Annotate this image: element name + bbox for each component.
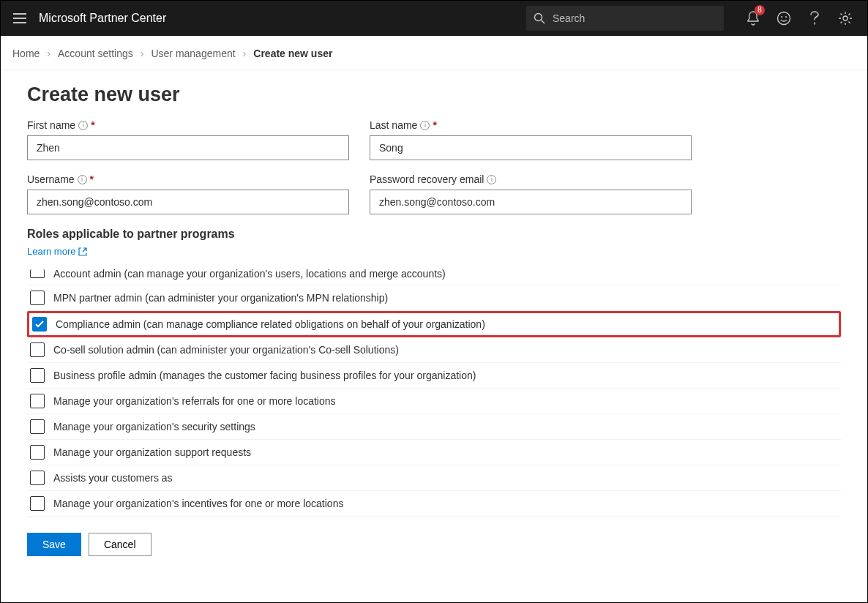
recovery-email-label: Password recovery email i xyxy=(370,173,692,185)
role-checkbox[interactable] xyxy=(30,269,45,278)
role-label: Manage your organization's incentives fo… xyxy=(53,498,343,509)
role-checkbox[interactable] xyxy=(30,496,45,511)
role-item: Assists your customers as xyxy=(27,465,841,491)
search-placeholder: Search xyxy=(553,12,585,24)
chevron-right-icon: › xyxy=(47,48,50,59)
role-label: Compliance admin (can manage compliance … xyxy=(56,318,485,330)
role-item: Manage your organization's security sett… xyxy=(27,414,841,440)
role-item: Co-sell solution admin (can administer y… xyxy=(27,337,841,363)
help-button[interactable] xyxy=(806,10,823,27)
svg-point-0 xyxy=(535,14,542,21)
info-icon[interactable]: i xyxy=(487,175,496,184)
external-link-icon xyxy=(78,247,87,256)
role-item: Manage your organization's referrals for… xyxy=(27,389,841,414)
learn-more-link[interactable]: Learn more xyxy=(27,246,87,257)
svg-point-4 xyxy=(843,16,848,20)
hamburger-icon xyxy=(13,13,26,23)
notifications-button[interactable]: 8 xyxy=(744,10,762,27)
svg-point-2 xyxy=(781,16,782,18)
svg-point-1 xyxy=(778,12,790,25)
role-label: Account admin (can manage your organizat… xyxy=(53,268,446,280)
svg-point-3 xyxy=(785,16,787,18)
username-input[interactable] xyxy=(27,190,349,214)
save-button[interactable]: Save xyxy=(27,533,81,556)
role-checkbox[interactable] xyxy=(30,368,45,383)
page-title: Create new user xyxy=(27,83,841,106)
search-box[interactable]: Search xyxy=(526,6,724,31)
main-content: Create new user First name i * Last name… xyxy=(1,70,867,571)
role-label: Assists your customers as xyxy=(53,472,173,484)
chevron-right-icon: › xyxy=(141,48,144,59)
role-item: MPN partner admin (can administer your o… xyxy=(27,285,841,311)
role-label: Business profile admin (manages the cust… xyxy=(53,370,476,381)
role-checkbox[interactable] xyxy=(30,394,45,408)
username-label: Username i * xyxy=(27,173,349,185)
smiley-icon xyxy=(777,11,791,26)
breadcrumb-account-settings[interactable]: Account settings xyxy=(58,48,133,59)
role-item: Manage your organization support request… xyxy=(27,440,841,465)
last-name-label: Last name i * xyxy=(370,119,692,131)
chevron-right-icon: › xyxy=(243,48,247,59)
role-label: Co-sell solution admin (can administer y… xyxy=(53,344,399,356)
header-icon-group: 8 xyxy=(744,10,854,27)
first-name-label: First name i * xyxy=(27,119,349,131)
question-icon xyxy=(810,11,819,26)
role-item: Account admin (can manage your organizat… xyxy=(27,263,841,285)
role-label: Manage your organization's referrals for… xyxy=(53,395,336,407)
role-label: Manage your organization support request… xyxy=(53,446,251,458)
notification-badge: 8 xyxy=(755,5,765,15)
breadcrumb: Home › Account settings › User managemen… xyxy=(1,36,867,70)
search-icon xyxy=(534,12,545,24)
recovery-email-input[interactable] xyxy=(370,190,692,214)
role-checkbox[interactable] xyxy=(30,419,45,434)
required-indicator: * xyxy=(433,119,436,131)
required-indicator: * xyxy=(91,119,94,131)
role-label: Manage your organization's security sett… xyxy=(53,421,255,432)
role-item: Business profile admin (manages the cust… xyxy=(27,363,841,389)
role-item: Compliance admin (can manage compliance … xyxy=(27,311,841,337)
breadcrumb-home[interactable]: Home xyxy=(12,48,40,59)
role-checkbox[interactable] xyxy=(30,445,45,460)
role-item: Manage your organization's incentives fo… xyxy=(27,491,841,517)
info-icon[interactable]: i xyxy=(78,121,88,130)
last-name-input[interactable] xyxy=(370,135,692,160)
brand-title: Microsoft Partner Center xyxy=(39,12,166,25)
info-icon[interactable]: i xyxy=(78,175,87,184)
gear-icon xyxy=(838,11,853,26)
role-checkbox[interactable] xyxy=(30,342,45,357)
info-icon[interactable]: i xyxy=(420,121,430,130)
hamburger-menu-button[interactable] xyxy=(7,5,33,31)
settings-button[interactable] xyxy=(837,10,854,27)
roles-section-title: Roles applicable to partner programs xyxy=(27,228,841,241)
first-name-input[interactable] xyxy=(27,135,349,160)
roles-list: Account admin (can manage your organizat… xyxy=(27,263,841,517)
breadcrumb-user-management[interactable]: User management xyxy=(151,48,235,59)
top-bar: Microsoft Partner Center Search 8 xyxy=(1,1,867,36)
role-checkbox[interactable] xyxy=(30,291,45,305)
role-label: MPN partner admin (can administer your o… xyxy=(53,292,388,304)
role-checkbox[interactable] xyxy=(30,471,45,485)
required-indicator: * xyxy=(90,173,94,185)
cancel-button[interactable]: Cancel xyxy=(89,533,151,556)
role-checkbox[interactable] xyxy=(32,317,47,332)
breadcrumb-current: Create new user xyxy=(253,48,332,59)
feedback-button[interactable] xyxy=(775,10,793,27)
